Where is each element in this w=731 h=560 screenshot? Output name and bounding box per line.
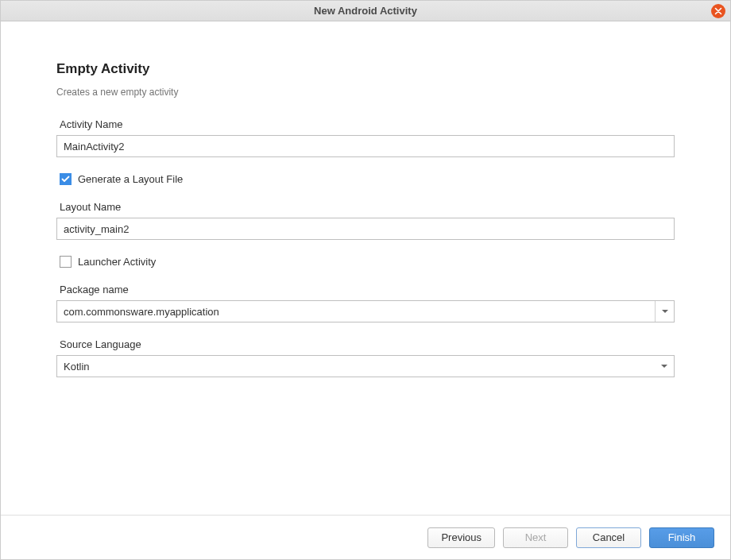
page-title: Empty Activity <box>56 61 675 77</box>
dialog-window: New Android Activity Empty Activity Crea… <box>0 0 731 560</box>
next-button: Next <box>503 527 568 548</box>
package-name-arrow[interactable] <box>655 301 674 322</box>
source-language-arrow[interactable] <box>655 356 674 377</box>
package-name-value: com.commonsware.myapplication <box>57 306 655 318</box>
finish-button[interactable]: Finish <box>649 527 714 548</box>
package-name-label: Package name <box>56 284 675 295</box>
cancel-button[interactable]: Cancel <box>576 527 641 548</box>
source-language-value: Kotlin <box>57 361 655 373</box>
dialog-content: Empty Activity Creates a new empty activ… <box>1 21 730 515</box>
package-name-combo[interactable]: com.commonsware.myapplication <box>56 300 675 322</box>
layout-name-label: Layout Name <box>56 201 675 213</box>
launcher-activity-checkbox[interactable] <box>60 256 72 268</box>
activity-name-input[interactable] <box>56 135 675 157</box>
chevron-down-icon <box>661 365 667 369</box>
titlebar: New Android Activity <box>1 1 730 21</box>
window-title: New Android Activity <box>314 5 417 17</box>
source-language-select[interactable]: Kotlin <box>56 355 675 377</box>
launcher-activity-label: Launcher Activity <box>78 256 156 268</box>
activity-name-group: Activity Name <box>56 118 675 157</box>
previous-button[interactable]: Previous <box>427 527 495 548</box>
generate-layout-checkbox[interactable] <box>60 173 72 185</box>
close-button[interactable] <box>711 4 725 18</box>
close-icon <box>714 7 722 15</box>
dialog-footer: Previous Next Cancel Finish <box>1 515 730 559</box>
chevron-down-icon <box>662 310 668 314</box>
layout-name-input[interactable] <box>56 218 675 240</box>
source-language-group: Source Language Kotlin <box>56 338 675 377</box>
source-language-label: Source Language <box>56 338 675 350</box>
page-subtitle: Creates a new empty activity <box>56 87 675 98</box>
layout-name-group: Layout Name <box>56 201 675 240</box>
package-name-group: Package name com.commonsware.myapplicati… <box>56 284 675 322</box>
generate-layout-label: Generate a Layout File <box>78 173 183 185</box>
activity-name-label: Activity Name <box>56 118 675 130</box>
check-icon <box>61 175 70 183</box>
generate-layout-row[interactable]: Generate a Layout File <box>56 173 675 185</box>
launcher-activity-row[interactable]: Launcher Activity <box>56 256 675 268</box>
